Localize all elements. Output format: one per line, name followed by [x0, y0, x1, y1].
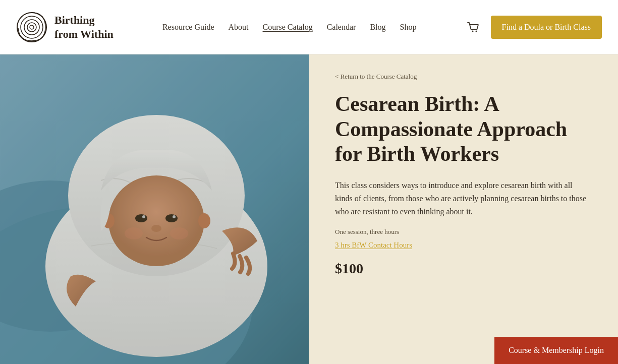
svg-point-3: [27, 23, 36, 32]
main-content: < Return to the Course Catalog Cesarean …: [0, 54, 618, 364]
back-to-catalog-link[interactable]: < Return to the Course Catalog: [335, 73, 592, 81]
course-description: This class considers ways to introduce a…: [335, 179, 592, 219]
session-info: One session, three hours: [335, 228, 592, 236]
course-info-panel: < Return to the Course Catalog Cesarean …: [309, 54, 618, 364]
course-price: $100: [335, 261, 592, 277]
header-right: Find a Doula or Birth Class: [466, 16, 602, 39]
svg-point-2: [24, 20, 39, 35]
logo-icon: [16, 12, 47, 43]
cart-icon[interactable]: [466, 20, 481, 35]
nav-resource-guide[interactable]: Resource Guide: [162, 23, 214, 32]
nav-about[interactable]: About: [229, 23, 249, 32]
svg-rect-22: [0, 54, 309, 364]
membership-login-button[interactable]: Course & Membership Login: [494, 337, 618, 364]
hero-illustration: [0, 54, 309, 364]
nav-course-catalog[interactable]: Course Catalog: [263, 23, 313, 32]
contact-hours-link[interactable]: 3 hrs BfW Contact Hours: [335, 241, 592, 250]
nav-blog[interactable]: Blog: [370, 23, 385, 32]
main-nav: Resource Guide About Course Catalog Cale…: [162, 23, 417, 32]
hero-image-panel: [0, 54, 309, 364]
nav-calendar[interactable]: Calendar: [327, 23, 356, 32]
logo-text: Birthing from Within: [54, 13, 114, 41]
find-doula-button[interactable]: Find a Doula or Birth Class: [491, 16, 602, 39]
svg-point-6: [475, 30, 477, 32]
nav-shop[interactable]: Shop: [400, 23, 417, 32]
site-header: Birthing from Within Resource Guide Abou…: [0, 0, 618, 54]
svg-point-4: [30, 25, 34, 29]
course-title: Cesarean Birth: A Compassionate Approach…: [335, 92, 592, 167]
logo[interactable]: Birthing from Within: [16, 12, 114, 43]
svg-point-5: [472, 30, 473, 32]
